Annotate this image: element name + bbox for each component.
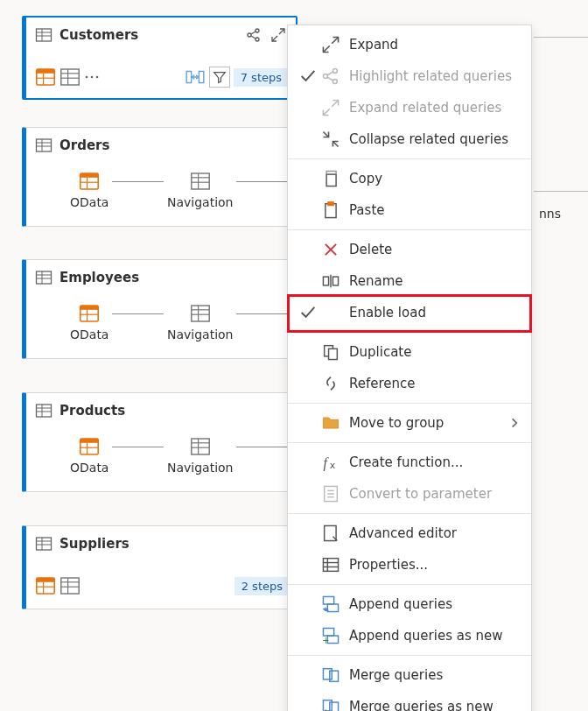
menu-merge-queries[interactable]: Merge queries [288, 659, 531, 691]
merge-columns-icon[interactable] [185, 67, 206, 88]
svg-text:f: f [323, 455, 329, 471]
append-icon [321, 595, 340, 614]
svg-rect-106 [327, 604, 338, 612]
expand-icon[interactable] [270, 26, 287, 44]
menu-collapse-related[interactable]: Collapse related queries [288, 123, 531, 155]
query-card-suppliers[interactable]: Suppliers 2 steps [22, 525, 298, 609]
expand-icon [321, 35, 340, 54]
menu-properties[interactable]: Properties... [288, 549, 531, 581]
paste-icon [321, 201, 340, 220]
menu-reference[interactable]: Reference [288, 368, 531, 399]
menu-append-queries-as-new[interactable]: + Append queries as new [288, 620, 531, 651]
menu-separator [288, 403, 531, 404]
table-icon [35, 137, 52, 154]
svg-rect-84 [326, 174, 336, 186]
menu-separator [288, 584, 531, 585]
step-label: Navigation [167, 195, 234, 209]
table-data-icon[interactable] [35, 575, 56, 596]
odata-icon [79, 303, 100, 324]
svg-rect-0 [37, 29, 52, 41]
append-new-icon: + [321, 626, 340, 645]
svg-line-79 [327, 77, 332, 81]
svg-line-7 [251, 32, 256, 34]
svg-line-10 [272, 36, 277, 41]
table-outline-icon[interactable] [60, 67, 80, 88]
function-icon: fx [321, 453, 340, 472]
menu-copy[interactable]: Copy [288, 163, 531, 194]
svg-rect-25 [37, 139, 52, 151]
editor-icon [321, 524, 340, 543]
svg-point-77 [332, 80, 337, 84]
menu-merge-queries-as-new[interactable]: + Merge queries as new [288, 691, 531, 711]
svg-point-5 [248, 33, 251, 37]
svg-line-78 [327, 72, 332, 75]
step-label: OData [70, 327, 108, 341]
connector-line [112, 447, 164, 447]
partial-label: nns [539, 207, 561, 221]
menu-expand[interactable]: Expand [288, 29, 531, 60]
menu-separator [288, 655, 531, 656]
svg-rect-89 [323, 277, 328, 285]
more-icon[interactable] [84, 68, 100, 86]
connector-line [236, 313, 288, 314]
svg-text:x: x [330, 460, 336, 471]
svg-rect-12 [37, 69, 54, 74]
svg-line-9 [279, 29, 284, 34]
svg-line-82 [323, 131, 328, 137]
table-icon [35, 269, 52, 286]
check-icon [298, 67, 318, 86]
menu-advanced-editor[interactable]: Advanced editor [288, 517, 531, 549]
svg-point-6 [256, 38, 259, 41]
svg-text:+: + [322, 636, 329, 645]
svg-rect-61 [37, 538, 52, 550]
steps-badge[interactable]: 7 steps [234, 68, 289, 87]
menu-convert-to-parameter[interactable]: Convert to parameter [288, 478, 531, 510]
share-icon [321, 67, 340, 86]
card-title: Employees [60, 270, 288, 285]
svg-rect-69 [61, 578, 79, 594]
menu-enable-load[interactable]: Enable load [288, 297, 531, 328]
card-title: Suppliers [60, 536, 288, 552]
step-label: OData [70, 195, 108, 209]
svg-rect-101 [323, 559, 338, 572]
svg-rect-37 [37, 271, 52, 284]
menu-append-queries[interactable]: Append queries [288, 588, 531, 620]
menu-paste[interactable]: Paste [288, 194, 531, 226]
query-card-customers[interactable]: Customers 7 steps [22, 16, 298, 100]
svg-line-74 [323, 46, 329, 52]
query-card-products[interactable]: Products OData Navigation [22, 392, 298, 492]
menu-move-to-group[interactable]: Move to group [288, 407, 531, 439]
menu-separator [288, 442, 531, 443]
table-data-icon[interactable] [35, 67, 56, 88]
menu-expand-related[interactable]: Expand related queries [288, 92, 531, 123]
svg-rect-33 [192, 173, 209, 189]
svg-point-20 [91, 76, 94, 79]
connector-line [112, 313, 164, 314]
menu-duplicate[interactable]: Duplicate [288, 336, 531, 368]
menu-create-function[interactable]: fx Create function... [288, 447, 531, 478]
svg-rect-15 [61, 69, 79, 85]
odata-icon [79, 171, 100, 192]
svg-line-83 [332, 141, 338, 146]
card-title: Customers [60, 27, 238, 43]
folder-icon [321, 413, 340, 433]
query-card-orders[interactable]: Orders OData Navigation [22, 127, 298, 227]
svg-rect-22 [186, 71, 191, 82]
svg-rect-42 [80, 306, 98, 310]
navigation-icon [190, 436, 211, 457]
menu-separator [288, 158, 531, 159]
svg-point-75 [332, 68, 337, 73]
menu-highlight-related[interactable]: Highlight related queries [288, 60, 531, 92]
svg-point-19 [86, 76, 88, 79]
share-icon[interactable] [245, 26, 262, 44]
connector-line [236, 181, 288, 182]
table-outline-icon[interactable] [60, 575, 80, 596]
steps-badge[interactable]: 2 steps [234, 577, 290, 595]
connector-line [534, 191, 588, 192]
query-card-employees[interactable]: Employees OData Navigation [22, 259, 298, 359]
menu-rename[interactable]: Rename [288, 265, 531, 297]
filter-icon[interactable] [209, 67, 230, 88]
menu-delete[interactable]: Delete [288, 234, 531, 265]
svg-rect-93 [329, 348, 338, 359]
parameter-icon [321, 484, 340, 503]
